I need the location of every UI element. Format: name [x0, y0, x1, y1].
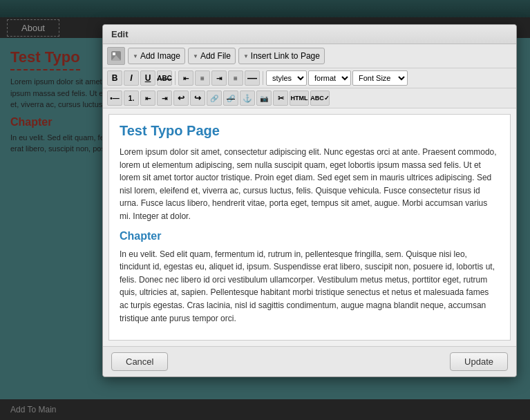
update-button[interactable]: Update — [450, 352, 508, 371]
modal-title: Edit — [111, 29, 129, 39]
underline-button[interactable]: U — [140, 70, 155, 86]
insert-toolbar: ▼ Add Image ▼ Add File ▼ Insert Link to … — [103, 44, 516, 68]
separator-2 — [263, 71, 263, 85]
add-image-button[interactable]: ▼ Add Image — [128, 48, 185, 64]
toolbar-icon-widget — [107, 47, 125, 65]
clean-format-button[interactable]: ✂ — [273, 90, 288, 106]
spellcheck-button[interactable]: ABC✓ — [310, 90, 330, 106]
undo-button[interactable]: ↩ — [173, 90, 189, 106]
format-select[interactable]: format — [308, 70, 351, 86]
font-size-select[interactable]: Font Size — [352, 70, 408, 86]
styles-select[interactable]: styles — [266, 70, 307, 86]
redo-button[interactable]: ↪ — [190, 90, 205, 106]
ordered-list-button[interactable]: 1. — [124, 90, 139, 106]
cancel-button[interactable]: Cancel — [111, 352, 168, 371]
strikethrough-button[interactable]: ABC — [157, 70, 172, 86]
insert-link-label: Insert Link to Page — [251, 51, 320, 61]
html-button[interactable]: HTML — [290, 90, 309, 106]
anchor-button[interactable]: ⚓ — [240, 90, 255, 106]
content-chapter-text: In eu velit. Sed elit quam, fermentum id… — [120, 248, 500, 325]
italic-button[interactable]: I — [124, 70, 139, 86]
edit-modal: Edit ▼ Add Image ▼ Add File ▼ Insert Lin… — [102, 24, 517, 377]
align-center-button[interactable]: ≡ — [195, 70, 210, 86]
image-button[interactable]: 📷 — [256, 90, 272, 106]
format-toolbar-row1: B I U ABC ⇤ ≡ ⇥ ≡ — styles format Font S… — [103, 68, 516, 88]
svg-rect-1 — [113, 52, 115, 55]
format-toolbar-row2: •— 1. ⇤ ⇥ ↩ ↪ 🔗 🔗 ⚓ 📷 ✂ HTML ABC✓ — [103, 88, 516, 108]
outdent-button[interactable]: ⇤ — [140, 90, 155, 106]
editor-content-area[interactable]: Test Typo Page Lorem ipsum dolor sit ame… — [108, 114, 511, 341]
insert-link-button[interactable]: ▼ Insert Link to Page — [238, 48, 325, 64]
add-image-label: Add Image — [140, 51, 180, 61]
align-justify-button[interactable]: ≡ — [228, 70, 243, 86]
align-right-button[interactable]: ⇥ — [211, 70, 227, 86]
add-file-button[interactable]: ▼ Add File — [188, 48, 236, 64]
modal-footer: Cancel Update — [103, 346, 516, 376]
unordered-list-button[interactable]: •— — [107, 90, 122, 106]
content-chapter-title: Chapter — [120, 230, 500, 242]
separator-1 — [175, 71, 176, 85]
hr-button[interactable]: — — [245, 70, 260, 86]
modal-titlebar: Edit — [103, 25, 516, 44]
bold-button[interactable]: B — [107, 70, 122, 86]
content-paragraph: Lorem ipsum dolor sit amet, consectetur … — [120, 146, 500, 223]
indent-button[interactable]: ⇥ — [157, 90, 172, 106]
align-left-button[interactable]: ⇤ — [178, 70, 193, 86]
content-title: Test Typo Page — [120, 123, 500, 139]
unlink-button[interactable]: 🔗 — [223, 90, 238, 106]
link-button[interactable]: 🔗 — [207, 90, 222, 106]
add-file-label: Add File — [200, 51, 231, 61]
